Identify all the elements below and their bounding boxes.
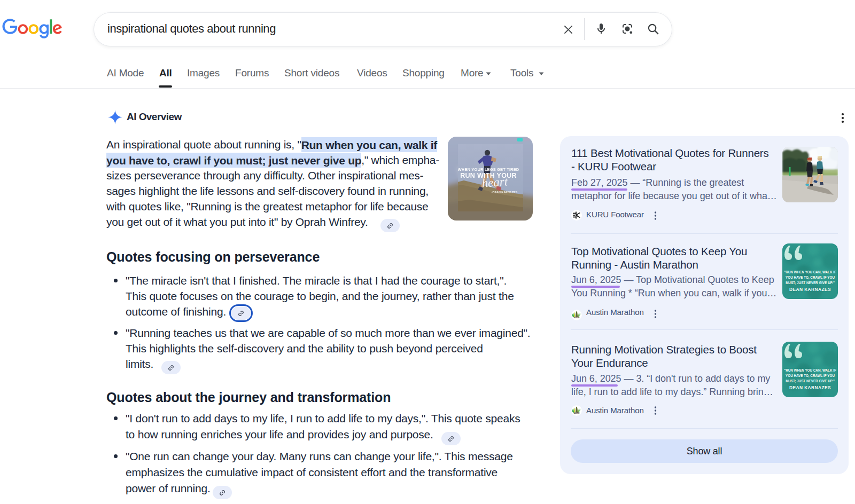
svg-text:DEAN KARNAZES: DEAN KARNAZES <box>789 287 831 292</box>
svg-text:"RUN WHEN YOU CAN, WALK IF: "RUN WHEN YOU CAN, WALK IF <box>784 368 836 373</box>
svg-text:YOU HAVE TO, CRAWL IF YOU: YOU HAVE TO, CRAWL IF YOU <box>786 275 835 280</box>
svg-text:MUST; JUST NEVER GIVE UP.": MUST; JUST NEVER GIVE UP." <box>786 379 835 383</box>
svg-text:AUSTIN: AUSTIN <box>574 317 579 319</box>
svg-text:"RUN WHEN YOU CAN, WALK IF: "RUN WHEN YOU CAN, WALK IF <box>784 270 836 274</box>
svg-text:YOU HAVE TO, CRAWL IF YOU: YOU HAVE TO, CRAWL IF YOU <box>786 374 835 378</box>
svg-text:MUST; JUST NEVER GIVE UP.": MUST; JUST NEVER GIVE UP." <box>786 281 835 285</box>
svg-text:AUSTIN: AUSTIN <box>574 412 579 414</box>
svg-text:DEAN KARNAZES: DEAN KARNAZES <box>789 385 831 390</box>
